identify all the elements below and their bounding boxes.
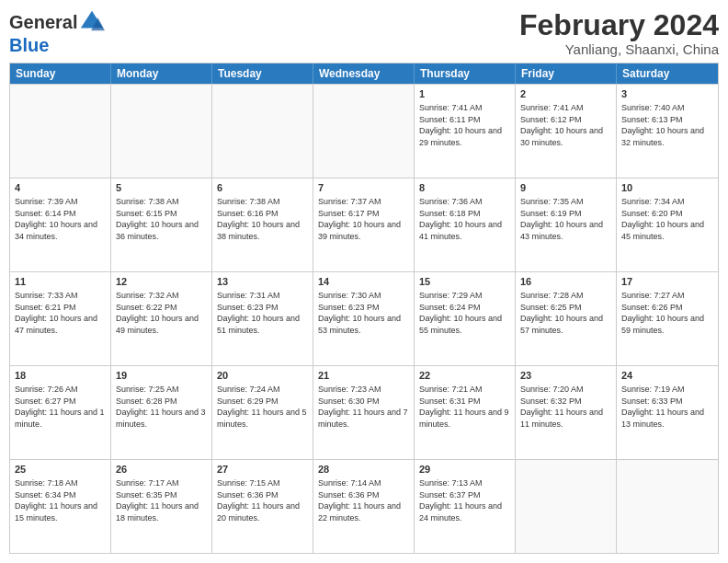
day-number: 2: [520, 87, 611, 101]
calendar-cell-day-5: 5Sunrise: 7:38 AMSunset: 6:15 PMDaylight…: [111, 178, 212, 271]
day-number: 24: [621, 369, 713, 383]
calendar-cell-day-4: 4Sunrise: 7:39 AMSunset: 6:14 PMDaylight…: [10, 178, 111, 271]
day-number: 27: [217, 463, 308, 477]
calendar-row-4: 25Sunrise: 7:18 AMSunset: 6:34 PMDayligh…: [10, 459, 718, 553]
day-number: 13: [217, 275, 308, 289]
cell-info: Sunrise: 7:24 AMSunset: 6:29 PMDaylight:…: [217, 384, 308, 430]
cell-info: Sunrise: 7:34 AMSunset: 6:20 PMDaylight:…: [621, 196, 713, 242]
day-number: 5: [116, 181, 207, 195]
calendar-cell-day-16: 16Sunrise: 7:28 AMSunset: 6:25 PMDayligh…: [516, 272, 617, 365]
calendar-cell-day-14: 14Sunrise: 7:30 AMSunset: 6:23 PMDayligh…: [313, 272, 415, 365]
calendar-cell-empty: [111, 85, 212, 178]
cell-info: Sunrise: 7:15 AMSunset: 6:36 PMDaylight:…: [217, 477, 308, 523]
day-number: 20: [217, 369, 308, 383]
month-year: February 2024: [519, 9, 719, 41]
cell-info: Sunrise: 7:26 AMSunset: 6:27 PMDaylight:…: [15, 384, 106, 430]
cell-info: Sunrise: 7:25 AMSunset: 6:28 PMDaylight:…: [116, 384, 207, 430]
calendar-cell-day-24: 24Sunrise: 7:19 AMSunset: 6:33 PMDayligh…: [617, 366, 718, 459]
day-number: 4: [15, 181, 106, 195]
calendar-cell-day-23: 23Sunrise: 7:20 AMSunset: 6:32 PMDayligh…: [516, 366, 617, 459]
calendar-cell-day-27: 27Sunrise: 7:15 AMSunset: 6:36 PMDayligh…: [212, 460, 313, 553]
cell-info: Sunrise: 7:36 AMSunset: 6:18 PMDaylight:…: [419, 196, 510, 242]
cell-info: Sunrise: 7:28 AMSunset: 6:25 PMDaylight:…: [520, 290, 611, 336]
calendar-cell-empty: [313, 85, 415, 178]
day-number: 18: [15, 369, 106, 383]
cell-info: Sunrise: 7:38 AMSunset: 6:15 PMDaylight:…: [116, 196, 207, 242]
calendar-cell-day-19: 19Sunrise: 7:25 AMSunset: 6:28 PMDayligh…: [111, 366, 212, 459]
page: General Blue February 2024 Yanliang, Sha…: [0, 0, 728, 563]
day-number: 25: [15, 463, 106, 477]
logo: General Blue: [9, 9, 105, 56]
cell-info: Sunrise: 7:39 AMSunset: 6:14 PMDaylight:…: [15, 196, 106, 242]
cell-info: Sunrise: 7:13 AMSunset: 6:37 PMDaylight:…: [419, 477, 510, 523]
cell-info: Sunrise: 7:18 AMSunset: 6:34 PMDaylight:…: [15, 477, 106, 523]
calendar-cell-empty: [516, 460, 617, 553]
cell-info: Sunrise: 7:33 AMSunset: 6:21 PMDaylight:…: [15, 290, 106, 336]
cell-info: Sunrise: 7:21 AMSunset: 6:31 PMDaylight:…: [419, 384, 510, 430]
calendar-cell-day-7: 7Sunrise: 7:37 AMSunset: 6:17 PMDaylight…: [313, 178, 415, 271]
day-number: 17: [621, 275, 713, 289]
calendar-cell-day-2: 2Sunrise: 7:41 AMSunset: 6:12 PMDaylight…: [516, 85, 617, 178]
location: Yanliang, Shaanxi, China: [519, 41, 719, 57]
cell-info: Sunrise: 7:32 AMSunset: 6:22 PMDaylight:…: [116, 290, 207, 336]
calendar-cell-day-12: 12Sunrise: 7:32 AMSunset: 6:22 PMDayligh…: [111, 272, 212, 365]
calendar-cell-empty: [617, 460, 718, 553]
day-number: 21: [318, 369, 409, 383]
logo-blue-text: Blue: [9, 35, 49, 56]
calendar-header: SundayMondayTuesdayWednesdayThursdayFrid…: [10, 63, 718, 84]
day-number: 12: [116, 275, 207, 289]
logo-icon: [79, 9, 105, 35]
calendar-row-2: 11Sunrise: 7:33 AMSunset: 6:21 PMDayligh…: [10, 271, 718, 365]
day-number: 7: [318, 181, 409, 195]
day-number: 15: [419, 275, 510, 289]
day-number: 11: [15, 275, 106, 289]
calendar-cell-day-20: 20Sunrise: 7:24 AMSunset: 6:29 PMDayligh…: [212, 366, 313, 459]
day-number: 14: [318, 275, 409, 289]
day-number: 26: [116, 463, 207, 477]
cell-info: Sunrise: 7:41 AMSunset: 6:12 PMDaylight:…: [520, 102, 611, 148]
day-number: 10: [621, 181, 713, 195]
cell-info: Sunrise: 7:35 AMSunset: 6:19 PMDaylight:…: [520, 196, 611, 242]
calendar-cell-empty: [10, 85, 111, 178]
calendar-cell-day-13: 13Sunrise: 7:31 AMSunset: 6:23 PMDayligh…: [212, 272, 313, 365]
day-number: 3: [621, 87, 713, 101]
cell-info: Sunrise: 7:29 AMSunset: 6:24 PMDaylight:…: [419, 290, 510, 336]
calendar-header-thursday: Thursday: [415, 63, 516, 84]
logo-general-text: General: [9, 12, 77, 33]
day-number: 29: [419, 463, 510, 477]
calendar-row-1: 4Sunrise: 7:39 AMSunset: 6:14 PMDaylight…: [10, 178, 718, 271]
day-number: 9: [520, 181, 611, 195]
calendar-cell-day-29: 29Sunrise: 7:13 AMSunset: 6:37 PMDayligh…: [415, 460, 516, 553]
calendar-row-3: 18Sunrise: 7:26 AMSunset: 6:27 PMDayligh…: [10, 365, 718, 459]
cell-info: Sunrise: 7:40 AMSunset: 6:13 PMDaylight:…: [621, 102, 713, 148]
calendar-row-0: 1Sunrise: 7:41 AMSunset: 6:11 PMDaylight…: [10, 84, 718, 178]
calendar-cell-day-18: 18Sunrise: 7:26 AMSunset: 6:27 PMDayligh…: [10, 366, 111, 459]
calendar-header-friday: Friday: [516, 63, 617, 84]
calendar-cell-day-10: 10Sunrise: 7:34 AMSunset: 6:20 PMDayligh…: [617, 178, 718, 271]
calendar-cell-day-28: 28Sunrise: 7:14 AMSunset: 6:36 PMDayligh…: [313, 460, 415, 553]
cell-info: Sunrise: 7:30 AMSunset: 6:23 PMDaylight:…: [318, 290, 409, 336]
day-number: 16: [520, 275, 611, 289]
cell-info: Sunrise: 7:41 AMSunset: 6:11 PMDaylight:…: [419, 102, 510, 148]
day-number: 22: [419, 369, 510, 383]
day-number: 6: [217, 181, 308, 195]
cell-info: Sunrise: 7:31 AMSunset: 6:23 PMDaylight:…: [217, 290, 308, 336]
calendar-cell-day-8: 8Sunrise: 7:36 AMSunset: 6:18 PMDaylight…: [415, 178, 516, 271]
day-number: 23: [520, 369, 611, 383]
calendar-cell-day-6: 6Sunrise: 7:38 AMSunset: 6:16 PMDaylight…: [212, 178, 313, 271]
header: General Blue February 2024 Yanliang, Sha…: [9, 9, 719, 57]
calendar-cell-day-21: 21Sunrise: 7:23 AMSunset: 6:30 PMDayligh…: [313, 366, 415, 459]
calendar-cell-empty: [212, 85, 313, 178]
cell-info: Sunrise: 7:23 AMSunset: 6:30 PMDaylight:…: [318, 384, 409, 430]
calendar-cell-day-3: 3Sunrise: 7:40 AMSunset: 6:13 PMDaylight…: [617, 85, 718, 178]
calendar-cell-day-11: 11Sunrise: 7:33 AMSunset: 6:21 PMDayligh…: [10, 272, 111, 365]
cell-info: Sunrise: 7:37 AMSunset: 6:17 PMDaylight:…: [318, 196, 409, 242]
cell-info: Sunrise: 7:14 AMSunset: 6:36 PMDaylight:…: [318, 477, 409, 523]
calendar-cell-day-17: 17Sunrise: 7:27 AMSunset: 6:26 PMDayligh…: [617, 272, 718, 365]
calendar-body: 1Sunrise: 7:41 AMSunset: 6:11 PMDaylight…: [10, 84, 718, 553]
day-number: 1: [419, 87, 510, 101]
cell-info: Sunrise: 7:19 AMSunset: 6:33 PMDaylight:…: [621, 384, 713, 430]
calendar-header-tuesday: Tuesday: [212, 63, 313, 84]
day-number: 19: [116, 369, 207, 383]
cell-info: Sunrise: 7:17 AMSunset: 6:35 PMDaylight:…: [116, 477, 207, 523]
